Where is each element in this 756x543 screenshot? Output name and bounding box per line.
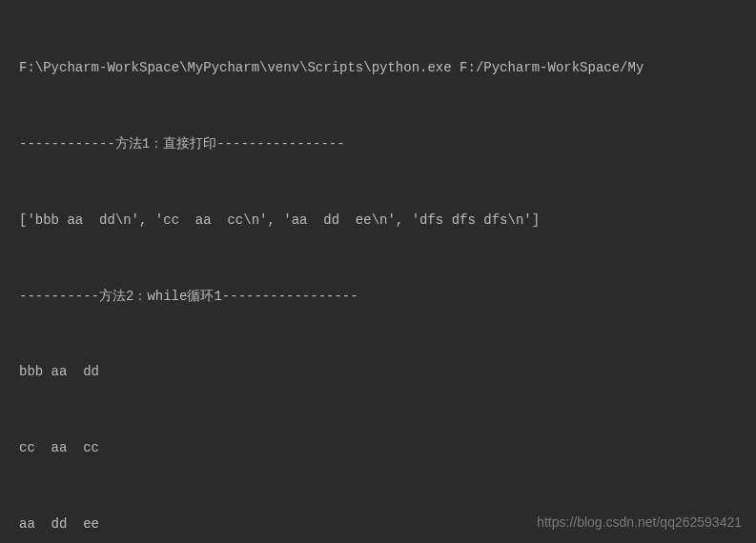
output-line: ----------方法2：while循环1-----------------: [19, 284, 756, 310]
watermark-text: https://blog.csdn.net/qq262593421: [537, 510, 742, 535]
console-output: F:\Pycharm-WorkSpace\MyPycharm\venv\Scri…: [19, 5, 756, 543]
output-line: cc aa cc: [19, 435, 756, 461]
output-line: F:\Pycharm-WorkSpace\MyPycharm\venv\Scri…: [19, 55, 756, 81]
output-line: bbb aa dd: [19, 359, 756, 385]
output-line: ------------方法1：直接打印----------------: [19, 131, 756, 157]
output-line: ['bbb aa dd\n', 'cc aa cc\n', 'aa dd ee\…: [19, 208, 756, 233]
